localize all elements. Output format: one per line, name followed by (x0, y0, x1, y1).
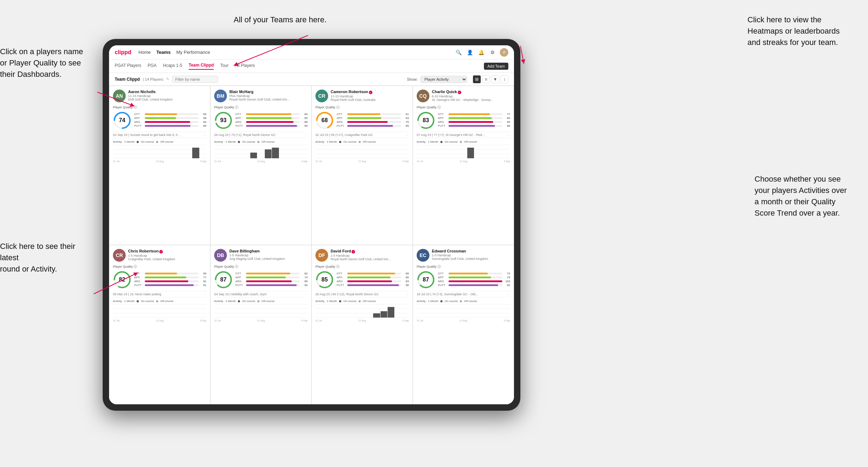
list-view-icon[interactable]: ≡ (482, 75, 490, 83)
last-round[interactable]: 05 Mar 23 | 19, Must make putting → (113, 291, 206, 297)
quality-label: Player Quality ⓘ (113, 264, 206, 269)
subnav-tour[interactable]: Tour (220, 63, 228, 69)
stat-bar-track (145, 113, 199, 115)
player-card[interactable]: CR Cameron Robertson✓ 11-15 Handicap Roy… (312, 86, 413, 245)
player-card[interactable]: EC Edward Crossman 1-5 Handicap Sunningd… (413, 245, 514, 404)
on-course-dot (440, 300, 442, 302)
nav-icons: 🔍 👤 🔔 ⚙ A (455, 48, 508, 57)
edit-icon[interactable]: ✎ (166, 77, 169, 81)
player-name[interactable]: David Ford✓ (331, 249, 409, 254)
chart-bar (467, 148, 474, 158)
last-round[interactable]: 26 Aug 23 | 84 (+12), Royal North Devon … (315, 291, 409, 297)
score-circle[interactable]: 74 (113, 111, 131, 130)
subnav-team-clippd[interactable]: Team Clippd (189, 63, 214, 70)
profile-icon[interactable]: 👤 (466, 49, 474, 56)
quality-section[interactable]: 83 OTT 77 APP 80 ARG 83 PUTT 86 (417, 111, 510, 130)
stat-row: OTT 60 (134, 272, 206, 275)
player-info: Aaron Nicholls 11-15 Handicap Drift Golf… (128, 90, 206, 101)
score-circle[interactable]: 85 (315, 270, 334, 289)
stat-row: ARG 103 (438, 280, 510, 283)
stat-name: ARG (438, 280, 447, 283)
quality-label: Player Quality ⓘ (417, 105, 510, 110)
stat-bar-track (449, 117, 502, 119)
player-name[interactable]: Charlie Quick✓ (432, 90, 510, 94)
subnav-pgat[interactable]: PGAT Players (115, 63, 141, 69)
quality-label: Player Quality ⓘ (214, 105, 308, 110)
quality-section[interactable]: 85 OTT 89 APP 80 ARG 83 PUTT 96 (315, 270, 409, 289)
sort-icon[interactable]: ↕ (501, 75, 508, 83)
stat-name: APP (235, 116, 245, 120)
player-card[interactable]: CQ Charlie Quick✓ 6-10 Handicap St. Geor… (413, 86, 514, 245)
quality-section[interactable]: 93 OTT 84 APP 85 ARG 88 PUTT 95 (214, 111, 308, 130)
last-round[interactable]: 18 Jul 23 | 74 (+3), Sunningdale GC - Ol… (417, 291, 510, 297)
player-card[interactable]: AN Aaron Nicholls 11-15 Handicap Drift G… (109, 86, 210, 245)
chart-label: 21 Aug (257, 319, 265, 322)
activity-header: Activity · 1 Month On course Off course (315, 140, 409, 143)
nav-teams[interactable]: Teams (156, 50, 171, 55)
last-round[interactable]: 02 Sep 23 | Sunset round to get back int… (113, 132, 206, 138)
score-circle[interactable]: 87 (214, 270, 233, 289)
score-number: 68 (321, 117, 328, 124)
last-round[interactable]: 02 Jul 23 | 59 (+17), Craigmillar Park G… (315, 132, 409, 138)
off-course-label: Off course (262, 300, 275, 303)
score-circle[interactable]: 93 (214, 111, 233, 130)
stat-row: PUTT 96 (337, 284, 409, 287)
score-circle[interactable]: 87 (417, 270, 435, 289)
last-round[interactable]: 04 Sep 23 | Mobility with coach, Gym → (214, 291, 308, 297)
bell-icon[interactable]: 🔔 (477, 49, 485, 56)
player-name[interactable]: Aaron Nicholls (128, 90, 206, 94)
last-round-arrow: → (406, 133, 409, 137)
last-round[interactable]: 26 Aug 23 | 73 (+1), Royal North Devon G… (214, 132, 308, 138)
player-card[interactable]: BM Blair McHarg Plus Handicap Royal Nort… (210, 86, 312, 245)
stat-name: ARG (134, 280, 143, 283)
player-card[interactable]: DF David Ford✓ 1-5 Handicap Royal North … (312, 245, 413, 404)
player-name[interactable]: Chris Robertson✓ (128, 249, 206, 254)
show-select[interactable]: Player Activity Quality Score Trend (421, 76, 467, 83)
search-icon[interactable]: 🔍 (455, 49, 462, 56)
quality-section[interactable]: 82 OTT 60 APP 77 ARG 81 PUTT 91 (113, 270, 206, 289)
quality-section[interactable]: 87 OTT 73 APP 79 ARG 103 PUTT 9 (417, 270, 510, 289)
player-card[interactable]: CR Chris Robertson✓ 1-5 Handicap Craigmi… (109, 245, 210, 404)
player-club: Sunningdale Golf Club, United Kingdom (432, 257, 510, 261)
subnav-hcaps[interactable]: Hcaps 1-5 (163, 63, 182, 69)
last-round-text: 02 Jul 23 | 59 (+17), Craigmillar Park G… (315, 133, 373, 137)
stat-value: 86 (504, 124, 510, 127)
grid-view-icon[interactable]: ⊞ (473, 75, 481, 83)
player-name[interactable]: Dave Billingham (229, 249, 308, 253)
nav-home[interactable]: Home (138, 50, 151, 55)
player-name[interactable]: Edward Crossman (432, 249, 510, 253)
quality-section[interactable]: 87 OTT 82 APP 74 ARG 85 PUTT 94 (214, 270, 308, 289)
stat-row: APP 85 (235, 116, 308, 120)
chart-label: 31 Jul (214, 319, 221, 322)
subnav-pga[interactable]: PGA (148, 63, 156, 69)
quality-section[interactable]: 68 OTT 61 APP 63 ARG 75 PUTT 85 (315, 111, 409, 130)
score-circle[interactable]: 68 (315, 111, 334, 130)
score-circle[interactable]: 83 (417, 111, 435, 130)
player-name[interactable]: Blair McHarg (229, 90, 308, 94)
last-round[interactable]: 07 Aug 23 | 77 (+7), St George's Hill GC… (417, 132, 510, 138)
avatar[interactable]: A (500, 48, 508, 57)
filter-icon[interactable]: ▼ (491, 75, 499, 83)
verified-badge: ✓ (369, 91, 372, 94)
stat-bar-track (246, 280, 300, 282)
settings-icon[interactable]: ⚙ (489, 49, 496, 56)
add-team-button[interactable]: Add Team (484, 63, 508, 70)
chart-label: 31 Jul (113, 160, 120, 163)
subnav-all-players[interactable]: All Players (235, 63, 255, 69)
stat-row: ARG 75 (337, 120, 409, 124)
stat-row: OTT 61 (337, 113, 409, 116)
on-course-label: On course (343, 300, 356, 303)
quality-section[interactable]: 74 OTT 60 APP 58 ARG 84 PUTT 85 (113, 111, 206, 130)
stat-value: 83 (504, 120, 510, 124)
stat-value: 92 (504, 284, 510, 287)
player-card[interactable]: DB Dave Billingham 1-5 Handicap Sog Magi… (210, 245, 312, 404)
nav-performance[interactable]: My Performance (176, 50, 210, 55)
stat-bar-track (449, 273, 502, 274)
filter-input[interactable] (172, 76, 218, 83)
stat-value: 88 (301, 120, 308, 124)
stat-name: ARG (134, 120, 143, 124)
player-card-header: BM Blair McHarg Plus Handicap Royal Nort… (214, 90, 308, 102)
stats-bars: OTT 60 APP 58 ARG 84 PUTT 85 (134, 113, 206, 128)
player-name[interactable]: Cameron Robertson✓ (331, 90, 409, 94)
score-circle[interactable]: 82 (113, 270, 131, 289)
